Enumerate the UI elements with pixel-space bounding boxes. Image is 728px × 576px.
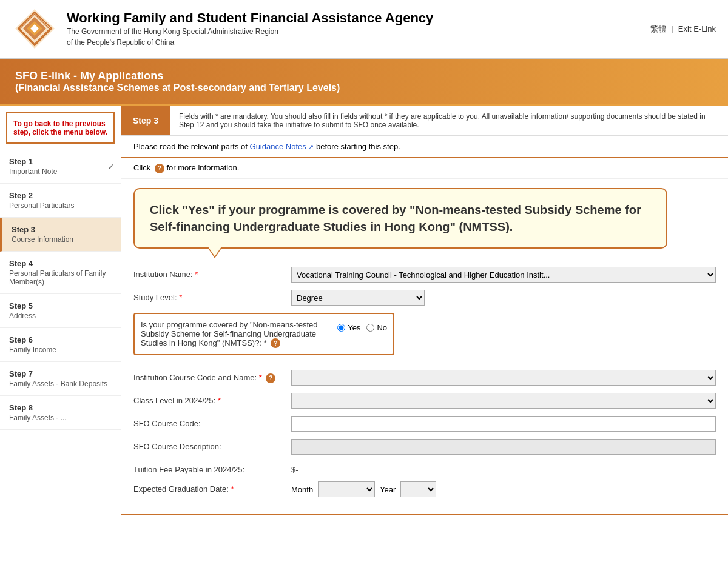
banner-title-line1: SFO E-link - My Applications: [15, 70, 713, 82]
sidebar-step3-label: Step 3: [12, 225, 112, 234]
class-level-control[interactable]: [291, 393, 716, 409]
nmtss-no-option[interactable]: No: [366, 323, 387, 332]
sidebar-item-step8[interactable]: Step 8 Family Assets - ...: [0, 396, 121, 430]
grad-row: Expected Graduation Date: * Month Januar…: [133, 481, 716, 497]
institution-label: Institution Name: *: [133, 267, 285, 279]
content-area: Step 3 Fields with * are mandatory. You …: [121, 106, 728, 515]
step-info: Fields with * are mandatory. You should …: [170, 106, 728, 135]
class-level-select[interactable]: [291, 393, 716, 409]
banner-title-line2: (Financial Assistance Schemes at Post-se…: [15, 82, 713, 93]
tooltip-bubble: Click "Yes" if your programme is covered…: [133, 188, 667, 249]
sfo-code-control[interactable]: [291, 416, 716, 432]
org-name: Working Family and Student Financial Ass…: [67, 10, 433, 26]
sidebar-step7-desc: Family Assets - Bank Deposits: [9, 380, 112, 388]
separator: |: [671, 24, 673, 33]
sidebar-step3-desc: Course Information: [12, 235, 112, 244]
sidebar-step8-desc: Family Assets - ...: [9, 414, 112, 422]
step-header: Step 3 Fields with * are mandatory. You …: [121, 106, 728, 136]
nmtss-question-text: Is your programme covered by "Non-means-…: [141, 320, 328, 349]
header-left: Working Family and Student Financial Ass…: [12, 6, 433, 52]
study-level-control[interactable]: Degree: [291, 290, 716, 306]
grad-year-label: Year: [380, 485, 396, 494]
institution-select[interactable]: Vocational Training Council - Technologi…: [291, 267, 716, 283]
form-section: Institution Name: * Vocational Training …: [121, 258, 728, 514]
grad-month-select[interactable]: January February March April May June Ju…: [318, 481, 375, 497]
course-code-label: Institution Course Code and Name: * ?: [133, 370, 285, 383]
external-link-icon: ↗: [308, 143, 314, 150]
notice-text: To go back to the previous step, click t…: [13, 119, 107, 136]
class-level-label: Class Level in 2024/25: *: [133, 393, 285, 405]
course-code-help-icon[interactable]: ?: [266, 373, 275, 383]
course-code-control[interactable]: [291, 370, 716, 386]
sidebar-step6-desc: Family Income: [9, 346, 112, 354]
sidebar-step5-desc: Address: [9, 312, 112, 320]
click-info-bar: Click ? for more information.: [121, 158, 728, 179]
guidance-text-after: before starting this step.: [316, 142, 400, 151]
guidance-link-text: Guidance Notes: [250, 142, 306, 151]
agency-logo: [12, 6, 58, 52]
nmtss-options: Yes No: [337, 320, 387, 332]
sidebar-item-step3[interactable]: Step 3 Course Information: [0, 218, 121, 252]
required-star5: *: [231, 484, 234, 494]
sidebar-step5-label: Step 5: [9, 301, 112, 310]
sfo-desc-label: SFO Course Description:: [133, 439, 285, 451]
notice-box: To go back to the previous step, click t…: [6, 112, 115, 144]
sidebar-step4-label: Step 4: [9, 259, 112, 268]
sidebar-item-step7[interactable]: Step 7 Family Assets - Bank Deposits: [0, 362, 121, 396]
help-icon-inline[interactable]: ?: [155, 164, 164, 173]
header-title: Working Family and Student Financial Ass…: [67, 10, 433, 48]
nmtss-help-icon[interactable]: ?: [271, 338, 280, 348]
sfo-desc-input: [291, 439, 716, 455]
grad-controls: Month January February March April May J…: [291, 481, 436, 497]
page-header: Working Family and Student Financial Ass…: [0, 0, 728, 59]
tooltip-text: Click "Yes" if your programme is covered…: [150, 203, 641, 233]
course-code-select[interactable]: [291, 370, 716, 386]
nmtss-yes-radio[interactable]: [337, 324, 345, 332]
org-sub1: The Government of the Hong Kong Special …: [67, 26, 433, 37]
sidebar-item-step6[interactable]: Step 6 Family Income: [0, 328, 121, 362]
nmtss-row: Is your programme covered by "Non-means-…: [133, 313, 716, 363]
sidebar-item-step1[interactable]: Step 1 Important Note ✓: [0, 150, 121, 184]
nmtss-yes-label: Yes: [348, 323, 360, 332]
sidebar-step2-label: Step 2: [9, 191, 112, 200]
study-level-select[interactable]: Degree: [291, 290, 425, 306]
required-star3: *: [259, 373, 262, 382]
section-divider: [121, 514, 728, 515]
lang-link[interactable]: 繁體: [650, 24, 666, 35]
nmtss-yes-option[interactable]: Yes: [337, 323, 360, 332]
sidebar-item-step5[interactable]: Step 5 Address: [0, 294, 121, 328]
nmtss-box: Is your programme covered by "Non-means-…: [133, 313, 394, 356]
org-sub2: of the People's Republic of China: [67, 37, 433, 48]
tooltip-overlay: Click "Yes" if your programme is covered…: [121, 179, 728, 258]
required-star4: *: [218, 396, 221, 405]
grad-month-label: Month: [291, 485, 313, 494]
guidance-notes-link[interactable]: Guidance Notes ↗: [250, 142, 316, 151]
study-level-row: Study Level: * Degree: [133, 290, 716, 306]
guidance-bar: Please read the relevant parts of Guidan…: [121, 136, 728, 158]
exit-link[interactable]: Exit E-Link: [678, 24, 716, 33]
nmtss-no-radio[interactable]: [366, 324, 374, 332]
nmtss-required: *: [264, 338, 267, 347]
sfo-code-label: SFO Course Code:: [133, 416, 285, 428]
grad-label: Expected Graduation Date: *: [133, 481, 285, 494]
study-level-label: Study Level: *: [133, 290, 285, 302]
sidebar-step8-label: Step 8: [9, 403, 112, 412]
sidebar-step4-desc: Personal Particulars of Family Member(s): [9, 269, 112, 286]
sidebar-step7-label: Step 7: [9, 369, 112, 378]
sidebar-step6-label: Step 6: [9, 335, 112, 344]
main-container: To go back to the previous step, click t…: [0, 104, 728, 515]
guidance-text-before: Please read the relevant parts of: [133, 142, 250, 151]
checkmark-icon: ✓: [107, 162, 115, 172]
sidebar-item-step4[interactable]: Step 4 Personal Particulars of Family Me…: [0, 252, 121, 294]
institution-control[interactable]: Vocational Training Council - Technologi…: [291, 267, 716, 283]
tuition-row: Tuition Fee Payable in 2024/25: $-: [133, 462, 716, 474]
sidebar-item-step2[interactable]: Step 2 Personal Particulars: [0, 184, 121, 218]
sfo-code-input[interactable]: [291, 416, 716, 432]
class-level-row: Class Level in 2024/25: *: [133, 393, 716, 409]
tuition-label: Tuition Fee Payable in 2024/25:: [133, 462, 285, 474]
tuition-value: $-: [291, 462, 298, 474]
step-badge: Step 3: [121, 106, 170, 135]
institution-row: Institution Name: * Vocational Training …: [133, 267, 716, 283]
required-star2: *: [179, 293, 182, 302]
grad-year-select[interactable]: 2024 2025 2026 2027 2028: [400, 481, 436, 497]
